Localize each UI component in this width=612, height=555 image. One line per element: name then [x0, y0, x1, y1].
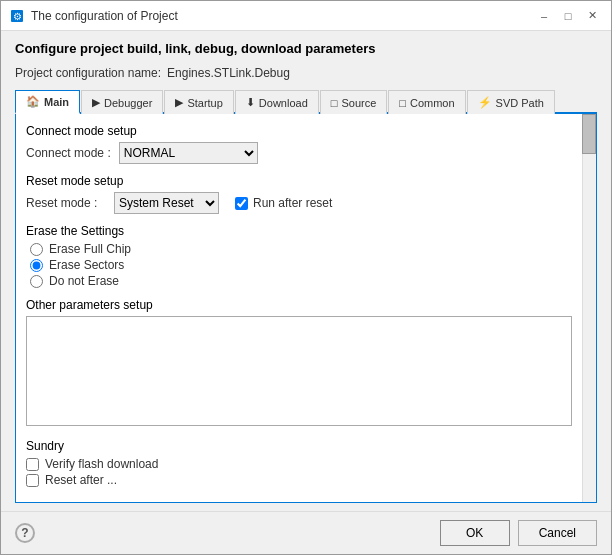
verify-flash-label: Verify flash download	[45, 457, 158, 471]
erase-sectors-row[interactable]: Erase Sectors	[30, 258, 572, 272]
action-buttons: OK Cancel	[440, 520, 597, 546]
other-section-title: Other parameters setup	[26, 298, 572, 312]
erase-sectors-label: Erase Sectors	[49, 258, 124, 272]
panel-inner: Connect mode setup Connect mode : NORMAL…	[26, 124, 586, 487]
reset-section: Reset mode setup Reset mode : System Res…	[26, 174, 572, 214]
other-section: Other parameters setup	[26, 298, 572, 429]
source-tab-label: Source	[341, 97, 376, 109]
sundry-title: Sundry	[26, 439, 572, 453]
common-tab-label: Common	[410, 97, 455, 109]
config-name-label: Project configuration name:	[15, 66, 161, 80]
startup-tab-icon: ▶	[175, 96, 183, 109]
erase-section: Erase the Settings Erase Full Chip Erase…	[26, 224, 572, 288]
erase-full-chip-radio[interactable]	[30, 243, 43, 256]
minimize-button[interactable]: –	[533, 6, 555, 26]
svg-text:⚙: ⚙	[13, 11, 22, 22]
scrollbar-track[interactable]	[582, 114, 596, 502]
do-not-erase-row[interactable]: Do not Erase	[30, 274, 572, 288]
sundry-section: Sundry Verify flash download Reset after…	[26, 439, 572, 487]
do-not-erase-label: Do not Erase	[49, 274, 119, 288]
reset-after-row[interactable]: Reset after ...	[26, 473, 572, 487]
connect-mode-label: Connect mode :	[26, 146, 111, 160]
window-content: Configure project build, link, debug, do…	[1, 31, 611, 511]
reset-after-checkbox[interactable]	[26, 474, 39, 487]
close-button[interactable]: ✕	[581, 6, 603, 26]
config-name-row: Project configuration name: Engines.STLi…	[15, 66, 597, 80]
reset-mode-select[interactable]: System Reset Core Reset Software Reset	[114, 192, 219, 214]
run-after-reset-checkbox[interactable]	[235, 197, 248, 210]
download-tab-icon: ⬇	[246, 96, 255, 109]
tab-debugger[interactable]: ▶ Debugger	[81, 90, 163, 114]
tab-svd-path[interactable]: ⚡ SVD Path	[467, 90, 555, 114]
main-panel: Connect mode setup Connect mode : NORMAL…	[15, 114, 597, 503]
main-tab-icon: 🏠	[26, 95, 40, 108]
svd-tab-label: SVD Path	[496, 97, 544, 109]
tabs-bar: 🏠 Main ▶ Debugger ▶ Startup ⬇ Download □…	[15, 88, 597, 114]
verify-flash-checkbox[interactable]	[26, 458, 39, 471]
erase-sectors-radio[interactable]	[30, 259, 43, 272]
tab-common[interactable]: □ Common	[388, 90, 465, 114]
tab-source[interactable]: □ Source	[320, 90, 388, 114]
common-tab-icon: □	[399, 97, 406, 109]
cancel-button[interactable]: Cancel	[518, 520, 597, 546]
help-button[interactable]: ?	[15, 523, 35, 543]
window-icon: ⚙	[9, 8, 25, 24]
connect-mode-row: Connect mode : NORMAL UNDER_RESET HARDWA…	[26, 142, 572, 164]
run-after-reset-label: Run after reset	[253, 196, 332, 210]
tab-download[interactable]: ⬇ Download	[235, 90, 319, 114]
debugger-tab-label: Debugger	[104, 97, 152, 109]
erase-section-title: Erase the Settings	[26, 224, 572, 238]
reset-mode-label: Reset mode :	[26, 196, 106, 210]
main-tab-label: Main	[44, 96, 69, 108]
scrollbar-thumb[interactable]	[582, 114, 596, 154]
source-tab-icon: □	[331, 97, 338, 109]
title-bar: ⚙ The configuration of Project – □ ✕	[1, 1, 611, 31]
bottom-bar: ? OK Cancel	[1, 511, 611, 554]
reset-after-label: Reset after ...	[45, 473, 117, 487]
do-not-erase-radio[interactable]	[30, 275, 43, 288]
page-title: Configure project build, link, debug, do…	[15, 41, 597, 56]
window-controls: – □ ✕	[533, 6, 603, 26]
erase-full-chip-row[interactable]: Erase Full Chip	[30, 242, 572, 256]
startup-tab-label: Startup	[187, 97, 222, 109]
reset-section-title: Reset mode setup	[26, 174, 572, 188]
connect-section: Connect mode setup Connect mode : NORMAL…	[26, 124, 572, 164]
config-name-value: Engines.STLink.Debug	[167, 66, 290, 80]
download-tab-label: Download	[259, 97, 308, 109]
connect-section-title: Connect mode setup	[26, 124, 572, 138]
svd-tab-icon: ⚡	[478, 96, 492, 109]
window-title: The configuration of Project	[31, 9, 533, 23]
tab-main[interactable]: 🏠 Main	[15, 90, 80, 114]
debugger-tab-icon: ▶	[92, 96, 100, 109]
main-window: ⚙ The configuration of Project – □ ✕ Con…	[0, 0, 612, 555]
verify-flash-row[interactable]: Verify flash download	[26, 457, 572, 471]
other-parameters-textarea[interactable]	[26, 316, 572, 426]
ok-button[interactable]: OK	[440, 520, 510, 546]
erase-radio-group: Erase Full Chip Erase Sectors Do not Era…	[30, 242, 572, 288]
reset-mode-row: Reset mode : System Reset Core Reset Sof…	[26, 192, 572, 214]
connect-mode-select[interactable]: NORMAL UNDER_RESET HARDWARE_RESET	[119, 142, 258, 164]
tab-startup[interactable]: ▶ Startup	[164, 90, 233, 114]
maximize-button[interactable]: □	[557, 6, 579, 26]
run-after-reset-row[interactable]: Run after reset	[235, 196, 332, 210]
erase-full-chip-label: Erase Full Chip	[49, 242, 131, 256]
